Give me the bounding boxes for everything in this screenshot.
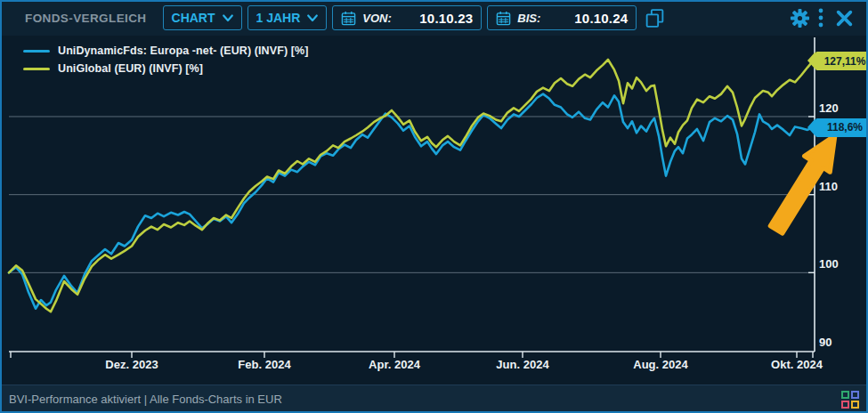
grid-square-green [841,391,849,399]
window-title: FONDS-VERGLEICH [25,12,147,25]
x-axis-label: Aug. 2024 [621,358,701,371]
apps-grid-icon[interactable] [841,391,859,409]
date-from-field[interactable]: VON: 10.10.23 [332,5,482,30]
series-line-unidynamic [9,94,813,309]
date-from-label: VON: [362,12,392,25]
value-badge-uniglobal: 127,11% [815,52,868,70]
grid-square-yellow [851,401,859,409]
grid-square-red [841,401,849,409]
legend-label: UniGlobal (EUR) (INVF) [%] [58,62,203,75]
toolbar: FONDS-VERGLEICH CHART 1 JAHR [0,0,868,36]
y-axis-label: 110 [819,180,838,193]
chart-type-dropdown-label: CHART [172,11,215,25]
legend-item-uniglobal: UniGlobal (EUR) (INVF) [%] [23,60,308,77]
x-axis-label: Dez. 2023 [92,358,172,371]
series-line-uniglobal [9,60,813,312]
period-dropdown-label: 1 JAHR [256,11,301,25]
date-to-label: BIS: [517,12,540,25]
calendar-icon [496,11,511,26]
calendar-icon [341,11,356,26]
gear-icon [790,8,810,28]
grid-square-blue [851,391,859,399]
close-icon [835,9,854,28]
x-axis-label: Feb. 2024 [224,358,304,371]
fund-comparison-window: FONDS-VERGLEICH CHART 1 JAHR [0,0,868,413]
close-button[interactable] [835,9,854,28]
copy-icon [644,7,666,29]
legend-label: UniDynamicFds: Europa -net- (EUR) (INVF)… [58,45,308,57]
chevron-down-icon [223,14,233,22]
copy-chart-button[interactable] [644,7,666,29]
settings-button[interactable] [790,8,810,28]
status-bar: BVI-Performance aktiviert | Alle Fonds-C… [0,385,868,413]
x-axis-label: Apr. 2024 [354,358,434,371]
legend-line-swatch [23,50,50,53]
chart-type-dropdown[interactable]: CHART [163,5,242,30]
chevron-down-icon [307,14,318,22]
badge-value: 127,11% [824,55,866,68]
legend-item-unidynamic: UniDynamicFds: Europa -net- (EUR) (INVF)… [23,42,308,60]
more-options-button[interactable] [817,7,824,28]
x-axis-label: Okt. 2024 [757,358,837,371]
badge-value: 118,6% [827,121,863,134]
legend-line-swatch [23,68,50,70]
status-text: BVI-Performance aktiviert | Alle Fonds-C… [9,393,282,406]
date-to-value: 10.10.24 [574,11,628,26]
x-axis-label: Jun. 2024 [483,358,563,371]
chart-legend: UniDynamicFds: Europa -net- (EUR) (INVF)… [23,42,308,77]
y-axis-label: 100 [819,257,839,271]
value-badge-unidynamic: 118,6% [815,118,868,137]
y-axis-label: 120 [819,101,839,115]
kebab-menu-icon [817,7,824,28]
period-dropdown[interactable]: 1 JAHR [247,5,328,30]
date-from-value: 10.10.23 [419,11,473,26]
y-axis-label: 90 [819,336,831,349]
date-to-field[interactable]: BIS: 10.10.24 [487,5,637,30]
